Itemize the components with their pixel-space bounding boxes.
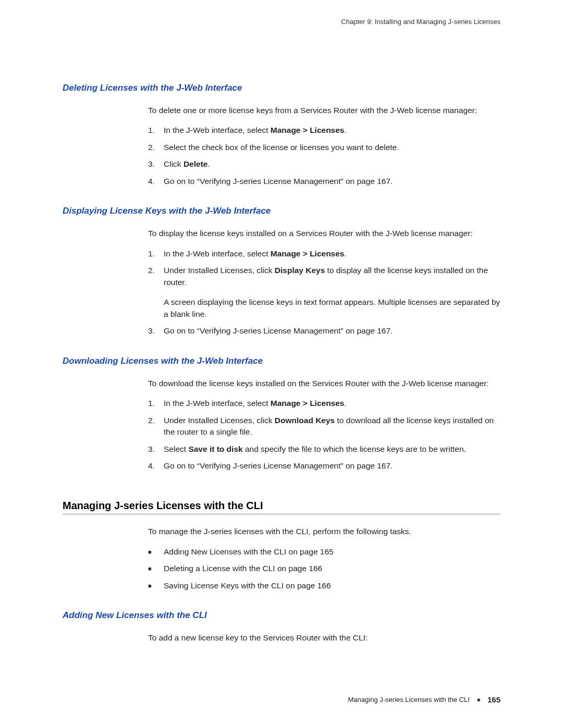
bullet-list: Adding New Licenses with the CLI on page… — [148, 546, 500, 591]
ui-action-bold: Delete — [183, 159, 208, 168]
intro-para: To display the license keys installed on… — [148, 228, 500, 239]
step-item: In the J-Web interface, select Manage > … — [148, 248, 500, 260]
running-header: Chapter 9: Installing and Managing J-ser… — [63, 18, 500, 26]
ordered-steps: In the J-Web interface, select Manage > … — [148, 248, 500, 337]
page-root: Chapter 9: Installing and Managing J-ser… — [0, 0, 563, 728]
step-text: Click — [164, 159, 183, 168]
heading-managing-licenses-cli: Managing J-series Licenses with the CLI — [63, 500, 500, 514]
intro-para: To add a new license key to the Services… — [148, 632, 500, 644]
step-item: Under Installed Licenses, click Download… — [148, 415, 500, 438]
heading-deleting-licenses-jweb: Deleting Licenses with the J-Web Interfa… — [63, 83, 500, 93]
heading-downloading-licenses-jweb: Downloading Licenses with the J-Web Inte… — [63, 356, 500, 366]
step-text: In the J-Web interface, select — [164, 399, 271, 408]
ordered-steps: In the J-Web interface, select Manage > … — [148, 398, 500, 472]
step-item: In the J-Web interface, select Manage > … — [148, 398, 500, 409]
ui-action-bold: Display Keys — [275, 266, 325, 275]
square-bullet-icon: ■ — [477, 697, 480, 702]
step-item: Under Installed Licenses, click Display … — [148, 265, 500, 320]
list-item: Deleting a License with the CLI on page … — [148, 563, 500, 574]
step-item: Select the check box of the license or l… — [148, 142, 500, 153]
ui-action-bold: Save it to disk — [188, 445, 242, 453]
step-text: . — [344, 249, 346, 258]
step-item: Go on to “Verifying J-series License Man… — [148, 460, 500, 472]
step-item: Select Save it to disk and specify the f… — [148, 443, 500, 455]
step-text: In the J-Web interface, select — [164, 249, 271, 258]
step-text: Under Installed Licenses, click — [164, 416, 275, 425]
footer-section-title: Managing J-series Licenses with the CLI — [348, 696, 470, 704]
step-text: and specify the file to which the licens… — [243, 445, 466, 453]
step-sub-paragraph: A screen displaying the license keys in … — [164, 297, 500, 320]
list-item: Adding New Licenses with the CLI on page… — [148, 546, 500, 558]
page-footer: Managing J-series Licenses with the CLI … — [63, 695, 500, 704]
step-item: Go on to “Verifying J-series License Man… — [148, 176, 500, 187]
intro-para: To download the license keys installed o… — [148, 378, 500, 389]
ordered-steps: In the J-Web interface, select Manage > … — [148, 125, 500, 187]
step-text: . — [207, 159, 210, 168]
ui-action-bold: Download Keys — [275, 416, 335, 425]
step-text: . — [344, 399, 346, 408]
ui-path-bold: Manage > Licenses — [271, 126, 345, 134]
step-item: Click Delete. — [148, 158, 500, 170]
ui-path-bold: Manage > Licenses — [271, 249, 345, 258]
step-text: . — [344, 126, 346, 134]
step-item: Go on to “Verifying J-series License Man… — [148, 325, 500, 337]
step-text: In the J-Web interface, select — [164, 126, 271, 134]
ui-path-bold: Manage > Licenses — [271, 399, 345, 408]
page-number: 165 — [487, 695, 500, 704]
step-item: In the J-Web interface, select Manage > … — [148, 125, 500, 136]
heading-adding-new-licenses-cli: Adding New Licenses with the CLI — [63, 610, 500, 621]
heading-displaying-license-keys-jweb: Displaying License Keys with the J-Web I… — [63, 206, 500, 216]
intro-para: To manage the J-series licenses with the… — [148, 526, 500, 537]
step-text: Select — [164, 445, 188, 453]
intro-para: To delete one or more license keys from … — [148, 105, 500, 116]
list-item: Saving License Keys with the CLI on page… — [148, 580, 500, 591]
step-text: Under Installed Licenses, click — [164, 266, 275, 275]
